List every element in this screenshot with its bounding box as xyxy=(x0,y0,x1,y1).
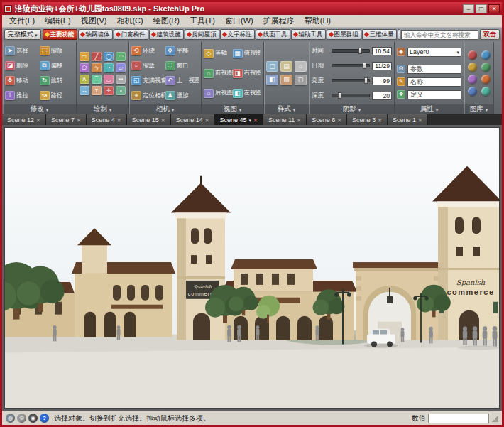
wireframe-style-button[interactable]: ▤ xyxy=(280,61,292,72)
slider-track[interactable] xyxy=(332,64,370,67)
scene-tab-close-icon[interactable] xyxy=(205,117,209,124)
slider-value[interactable]: 11/29 xyxy=(372,62,392,70)
model-info-icon[interactable]: ◉ xyxy=(28,414,38,423)
scale-tool[interactable]: ⬚ 缩放 xyxy=(40,44,75,58)
polygon-tool[interactable]: ⬠ xyxy=(80,63,89,72)
slider-track[interactable] xyxy=(332,79,370,82)
position-camera-tool[interactable]: ⌖ 定位相机 xyxy=(131,89,165,102)
2-point-arc-tool[interactable]: ◡ xyxy=(104,75,114,84)
scene-tab[interactable]: Scene 45 xyxy=(215,114,263,125)
tab-axis-wall[interactable]: 轴网墙体 xyxy=(78,29,113,40)
scene-tab-close-icon[interactable] xyxy=(77,117,81,124)
scene-tab[interactable]: Scene 14 xyxy=(171,114,215,125)
select-tool[interactable]: ➤ 选择 xyxy=(5,44,40,58)
scene-tab-close-icon[interactable] xyxy=(378,117,382,124)
minimize-button[interactable]: – xyxy=(463,4,474,13)
outliner-library-icon[interactable] xyxy=(481,75,491,84)
zoom-tool[interactable]: ⌕ 缩放 xyxy=(131,59,165,72)
chevron-down-icon[interactable] xyxy=(249,117,252,124)
scene-tab-close-icon[interactable] xyxy=(418,117,422,124)
previous-view-tool[interactable]: ↶ 上一视图 xyxy=(165,74,199,87)
slider-thumb[interactable] xyxy=(363,63,366,69)
slider-thumb[interactable] xyxy=(364,77,368,84)
left-view-button[interactable]: ◧ 左视图 xyxy=(233,87,262,100)
scene-tab-close-icon[interactable] xyxy=(337,117,341,124)
field-input[interactable]: 参数 xyxy=(407,65,461,74)
tab-room-roof[interactable]: 房间屋顶 xyxy=(185,29,219,40)
freehand-tool[interactable]: ∿ xyxy=(92,63,102,72)
hidden-line-style-button[interactable]: ⌂ xyxy=(295,61,307,72)
geolocation-icon[interactable]: ◍ xyxy=(6,414,15,423)
slider-track[interactable] xyxy=(332,94,370,97)
maximize-button[interactable]: ▢ xyxy=(476,4,487,13)
walk-tool[interactable]: ♟ 漫游 xyxy=(165,89,199,102)
shaded-style-button[interactable]: ◧ xyxy=(266,75,278,85)
arc-tool[interactable]: ◠ xyxy=(116,52,126,61)
circle-tool[interactable]: ◯ xyxy=(104,52,114,61)
shadows-library-icon[interactable] xyxy=(468,87,477,96)
scene-tab[interactable]: Scene 6 xyxy=(307,114,347,125)
pie-tool[interactable]: ◔ xyxy=(104,63,114,72)
tab-render-animation[interactable]: 渲染动画 xyxy=(398,29,400,40)
tab-door-window[interactable]: 门窗构件 xyxy=(114,29,148,40)
tab-layer-group[interactable]: 图层群组 xyxy=(327,29,361,40)
pan-tool[interactable]: ✥ 平移 xyxy=(165,44,199,58)
slider-value[interactable]: 20 xyxy=(372,92,392,100)
titlebar[interactable]: 涪陵商业街+会所+幼儿园tas0809.skp - SketchUp Pro –… xyxy=(2,2,502,15)
iso-view-button[interactable]: ◇ 等轴 xyxy=(204,47,233,60)
command-search-input[interactable] xyxy=(401,30,478,40)
materials-library-icon[interactable] xyxy=(481,50,491,60)
panel-toggle-draw[interactable]: 绘制 xyxy=(77,104,128,114)
menu-item[interactable]: 扩展程序 xyxy=(258,15,300,27)
scene-tab[interactable]: Scene 1 xyxy=(388,114,428,125)
menu-item[interactable]: 窗口(W) xyxy=(220,15,258,27)
menu-item[interactable]: 视图(V) xyxy=(76,15,112,27)
scenes-library-icon[interactable] xyxy=(468,75,477,84)
text-tool[interactable]: T xyxy=(92,86,102,95)
follow-me-tool[interactable]: ↝ 路径 xyxy=(40,89,75,102)
top-view-button[interactable]: ▦ 俯视图 xyxy=(233,47,262,60)
menu-item[interactable]: 编辑(E) xyxy=(40,15,76,27)
scene-tab[interactable]: Scene 12 xyxy=(2,114,46,125)
tape-measure-tool[interactable]: ┅ xyxy=(116,75,126,84)
tab-text-annotation[interactable]: 文字标注 xyxy=(220,29,255,40)
move-tool[interactable]: ✥ 移动 xyxy=(5,74,40,87)
panel-toggle-style[interactable]: 样式 xyxy=(264,104,309,114)
panel-toggle-view[interactable]: 视图 xyxy=(202,104,263,114)
double-click-button[interactable]: 双击 xyxy=(480,29,500,40)
textured-style-button[interactable]: ▨ xyxy=(280,75,292,85)
tab-3d-mass[interactable]: 三维体量 xyxy=(362,29,397,40)
front-view-button[interactable]: ⌂ 前视图 xyxy=(204,67,233,80)
scene-tab-close-icon[interactable] xyxy=(297,117,301,124)
mode-selector[interactable]: 完整模式 xyxy=(4,29,41,40)
help-icon[interactable]: ? xyxy=(40,414,49,423)
close-button[interactable]: ✕ xyxy=(488,4,500,13)
resize-grip[interactable] xyxy=(491,415,498,422)
panel-toggle-camera[interactable]: 相机 xyxy=(129,104,201,114)
measurement-input[interactable] xyxy=(428,414,489,423)
field-input[interactable]: 名称 xyxy=(407,77,461,87)
panel-toggle-modify[interactable]: 修改 xyxy=(3,104,76,114)
slider-thumb[interactable] xyxy=(358,48,362,54)
slider-thumb[interactable] xyxy=(338,92,341,99)
slider-value[interactable]: 10:54 xyxy=(372,47,392,55)
scene-tab[interactable]: Scene 7 xyxy=(46,114,87,125)
monochrome-style-button[interactable]: ◻ xyxy=(295,75,307,85)
offset-tool[interactable]: ⧉ 偏移 xyxy=(40,59,75,72)
fog-library-icon[interactable] xyxy=(481,87,491,96)
orbit-tool[interactable]: ⟲ 环绕 xyxy=(131,44,165,58)
scene-tab-close-icon[interactable] xyxy=(161,117,165,124)
slider-value[interactable]: 99 xyxy=(372,77,392,85)
field-input[interactable]: 定义 xyxy=(407,90,461,99)
rectangle-tool[interactable]: ▭ xyxy=(80,52,89,61)
scene-tab[interactable]: Scene 11 xyxy=(263,114,307,125)
push-pull-tool[interactable]: ⇧ 推拉 xyxy=(5,89,40,102)
3d-text-tool[interactable]: A xyxy=(80,75,89,84)
line-tool[interactable]: ╱ xyxy=(92,52,102,61)
protractor-tool[interactable]: ◖ xyxy=(116,86,126,95)
scene-tab[interactable]: Scene 15 xyxy=(127,114,171,125)
dimension-tool[interactable]: ↔ xyxy=(80,86,89,95)
layer-select[interactable]: Layer0 xyxy=(407,48,461,57)
rotated-rectangle-tool[interactable]: ▱ xyxy=(116,63,126,72)
tab-building-facility[interactable]: 建筑设施 xyxy=(149,29,184,40)
